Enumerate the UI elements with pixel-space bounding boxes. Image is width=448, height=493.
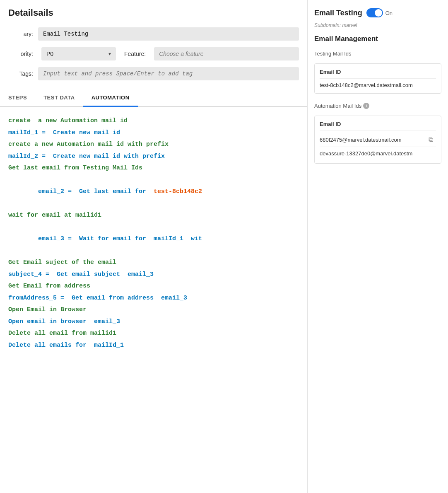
automation-email-id-header: Email ID [320,121,436,131]
code-line-12: fromAddress_5 = Get email from address e… [8,292,299,304]
code-line-11: Get Email from address [8,280,299,292]
info-icon[interactable]: i [363,103,369,109]
automation-email-card: Email ID 680f2475@marvel.datestmail.com … [314,116,441,164]
automation-email-1: 680f2475@marvel.datestmail.com [320,137,401,143]
testing-email-id-header: Email ID [320,69,436,79]
testing-mail-ids-label: Testing Mail Ids [314,51,441,57]
priority-label: ority: [8,51,33,57]
tab-automation[interactable]: AUTOMATION [83,90,138,107]
automation-mail-ids-label: Automation Mail Ids i [314,103,441,109]
page-title: Detailsails [0,0,307,24]
tab-test-data[interactable]: TEST DATA [35,90,83,106]
code-line-9: Get Email suject of the email [8,257,299,269]
copy-icon-1[interactable]: ⧉ [429,136,436,143]
code-line-16: Delete all emails for mailId_1 [8,340,299,352]
testing-email-id-value: test-8cb148c2@marvel.datestmail.com [320,82,436,88]
tabs-container: STEPS TEST DATA AUTOMATION [0,84,307,107]
toggle-label: On [385,10,393,16]
email-management-title: Email Management [314,35,441,43]
feature-input[interactable] [154,47,299,60]
email-testing-toggle[interactable] [366,8,383,17]
code-line-6: email_2 = Get last email for test-8cb148… [8,174,299,210]
code-line-15: Delete all email from mailid1 [8,328,299,340]
toggle-container: On [366,8,393,17]
code-line-14: Open email in browser email_3 [8,316,299,328]
subdomain-text: Subdomain: marvel [314,22,441,28]
code-line-1: create a new Automation mail id [8,115,299,127]
automation-email-row-2: devassure-13327de0@marvel.datestm [320,149,436,158]
code-line-8: email_3 = Wait for email for mailId_1 wi… [8,222,299,257]
panel-title: Email Testing [314,9,362,17]
summary-label: ary: [8,31,33,37]
panel-title-row: Email Testing On [314,8,441,17]
code-line-5: Get last email from Testing Mail Ids [8,162,299,174]
code-line-3: create a new Automation mail id with pre… [8,139,299,151]
automation-email-row-1: 680f2475@marvel.datestmail.com ⧉ [320,134,436,145]
tags-input[interactable] [38,67,299,80]
chevron-down-icon: ▾ [108,51,111,57]
code-line-2: mailId_1 = Create new mail id [8,127,299,139]
tab-steps[interactable]: STEPS [8,90,35,106]
code-line-13: Open Email in Browser [8,304,299,316]
code-line-7: wait for email at mailid1 [8,210,299,222]
priority-feature-row: ority: P0 ▾ Feature: [0,44,307,64]
summary-input[interactable]: Email Testing [38,27,299,41]
feature-label: Feature: [124,51,146,57]
testing-email-card: Email ID test-8cb148c2@marvel.datestmail… [314,63,441,94]
right-panel: Email Testing On Subdomain: marvel Email… [307,0,448,493]
automation-email-2: devassure-13327de0@marvel.datestm [320,150,412,157]
priority-select[interactable]: P0 ▾ [41,47,116,60]
code-line-10: subject_4 = Get email subject email_3 [8,269,299,281]
tags-row: Tags: [0,64,307,84]
code-area: create a new Automation mail id mailId_1… [0,107,307,360]
priority-value: P0 [46,51,53,57]
summary-row: ary: Email Testing [0,24,307,44]
divider [320,147,436,147]
tags-label: Tags: [8,70,33,77]
code-line-4: mailId_2 = Create new mail id with prefi… [8,151,299,163]
